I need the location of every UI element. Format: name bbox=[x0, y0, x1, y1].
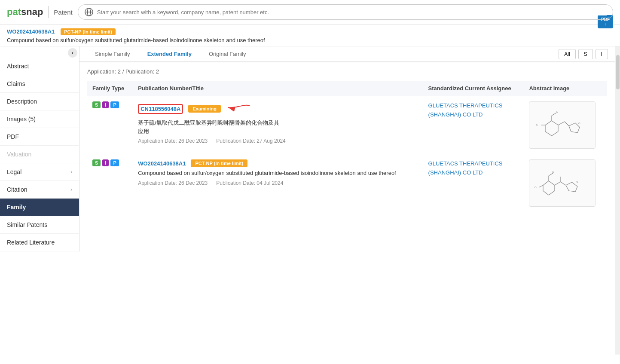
assignee-link[interactable]: GLUETACS THERAPEUTICS(SHANGHAI) CO LTD bbox=[428, 160, 503, 176]
svg-line-12 bbox=[569, 123, 575, 126]
examining-badge: Examining bbox=[188, 105, 221, 113]
sidebar-item-label: Claims bbox=[7, 80, 25, 87]
pub-date: Publication Date: 27 Aug 2024 bbox=[216, 138, 285, 144]
sidebar-item-label: Legal bbox=[7, 168, 21, 175]
badge-s: S bbox=[92, 159, 101, 166]
sidebar-item-similar-patents[interactable]: Similar Patents bbox=[0, 216, 79, 234]
search-bar[interactable] bbox=[78, 4, 613, 20]
tab-extended-family[interactable]: Extended Family bbox=[139, 46, 200, 62]
svg-line-5 bbox=[552, 121, 558, 125]
svg-line-30 bbox=[560, 182, 566, 185]
col-assignee: Standardized Current Assignee bbox=[423, 81, 524, 96]
col-pub-number: Publication Number/Title bbox=[133, 81, 423, 96]
svg-line-24 bbox=[549, 181, 555, 185]
type-badges: S I P bbox=[92, 101, 128, 108]
search-input[interactable] bbox=[97, 9, 607, 15]
tabs-strip: Simple Family Extended Family Original F… bbox=[79, 46, 615, 62]
svg-line-35 bbox=[566, 185, 569, 191]
abstract-image-cell: S N O bbox=[524, 96, 607, 154]
pub-number-highlighted-box: CN118556048A bbox=[138, 104, 183, 114]
svg-line-15 bbox=[571, 132, 577, 133]
assignee-cell: GLUETACS THERAPEUTICS(SHANGHAI) CO LTD bbox=[423, 154, 524, 212]
family-type-cell: S I P bbox=[87, 154, 133, 212]
sidebar-item-abstract[interactable]: Abstract bbox=[0, 58, 79, 75]
assignee-cell: GLUETACS THERAPEUTICS(SHANGHAI) CO LTD bbox=[423, 96, 524, 154]
family-summary: Application: 2 / Publication: 2 bbox=[87, 68, 607, 75]
sidebar-item-label: Similar Patents bbox=[7, 221, 47, 228]
sidebar-item-label: Description bbox=[7, 98, 37, 105]
pub-number-link[interactable]: CN118556048A bbox=[140, 106, 180, 112]
badge-i: I bbox=[102, 101, 109, 108]
pub-number-link[interactable]: WO2024140638A1 bbox=[138, 160, 186, 167]
sidebar-item-label: Citation bbox=[7, 186, 27, 193]
svg-line-26 bbox=[549, 191, 555, 195]
badge-i: I bbox=[102, 159, 109, 166]
chevron-right-icon: › bbox=[70, 169, 72, 175]
family-content: Application: 2 / Publication: 2 Family T… bbox=[79, 62, 615, 218]
sidebar-item-label: PDF bbox=[7, 133, 19, 140]
svg-line-4 bbox=[545, 121, 552, 125]
family-type-cell: S I P bbox=[87, 96, 133, 154]
chevron-right-icon: › bbox=[70, 187, 72, 193]
pct-badge: PCT-NP (In time limit) bbox=[61, 28, 116, 35]
pub-number-title-cell: WO2024140638A1 PCT-NP (In time limit) Co… bbox=[133, 154, 423, 212]
sidebar-item-pdf[interactable]: PDF bbox=[0, 128, 79, 146]
sidebar-item-family[interactable]: Family bbox=[0, 199, 79, 216]
svg-line-7 bbox=[552, 132, 558, 136]
tab-original-family[interactable]: Original Family bbox=[200, 46, 255, 62]
sidebar-item-label: Abstract bbox=[7, 63, 29, 70]
sidebar-item-citation[interactable]: Citation › bbox=[0, 181, 79, 199]
filter-button-3[interactable]: I bbox=[596, 49, 608, 59]
tab-simple-family[interactable]: Simple Family bbox=[86, 46, 139, 62]
svg-line-19 bbox=[552, 113, 556, 116]
svg-line-29 bbox=[555, 182, 560, 185]
sidebar-item-images[interactable]: Images (5) bbox=[0, 110, 79, 128]
sidebar-item-valuation[interactable]: Valuation bbox=[0, 146, 79, 163]
sidebar-wrapper: ‹ Abstract Claims Description Images (5)… bbox=[0, 46, 79, 355]
sidebar-item-label: Family bbox=[7, 204, 26, 211]
sidebar: ‹ Abstract Claims Description Images (5)… bbox=[0, 46, 79, 251]
filter-button-2[interactable]: S bbox=[578, 49, 593, 59]
patent-number[interactable]: WO2024140638A1 bbox=[7, 28, 55, 35]
pub-title-cn: 基于硫/氧取代戊二酰亚胺基异吲哚啉酮骨架的化合物及其应用 bbox=[138, 119, 418, 135]
globe-icon bbox=[84, 7, 94, 17]
pub-dates: Application Date: 26 Dec 2023 Publicatio… bbox=[138, 180, 418, 186]
svg-line-11 bbox=[565, 122, 569, 126]
patent-info-bar: PDF ↓ WO2024140638A1 PCT-NP (In time lim… bbox=[0, 24, 620, 46]
table-header-row: Family Type Publication Number/Title Sta… bbox=[87, 81, 607, 96]
sidebar-item-label: Valuation bbox=[7, 151, 31, 158]
pub-date: Publication Date: 04 Jul 2024 bbox=[216, 180, 283, 186]
assignee-link[interactable]: GLUETACS THERAPEUTICS(SHANGHAI) CO LTD bbox=[428, 102, 503, 118]
scrollbar[interactable] bbox=[615, 46, 620, 355]
filter-button-1[interactable]: All bbox=[559, 49, 575, 59]
svg-text:S: S bbox=[576, 181, 578, 184]
sidebar-collapse-button[interactable]: ‹ bbox=[68, 48, 77, 58]
sidebar-item-description[interactable]: Description bbox=[0, 93, 79, 110]
pub-dates: Application Date: 26 Dec 2023 Publicatio… bbox=[138, 138, 418, 144]
sidebar-item-claims[interactable]: Claims bbox=[0, 75, 79, 93]
header: patsnap Patent bbox=[0, 0, 620, 24]
header-divider bbox=[48, 6, 49, 18]
logo-snap: snap bbox=[21, 6, 43, 17]
abstract-image-box: S N O bbox=[529, 101, 596, 149]
svg-text:S: S bbox=[536, 124, 538, 126]
svg-line-34 bbox=[569, 191, 575, 192]
col-abstract-image: Abstract Image bbox=[524, 81, 607, 96]
badge-p: P bbox=[110, 101, 119, 108]
svg-line-10 bbox=[558, 122, 565, 125]
badge-p: P bbox=[110, 159, 119, 166]
svg-line-27 bbox=[543, 191, 549, 195]
pub-number-title-cell: CN118556048A Examining bbox=[133, 96, 423, 154]
sidebar-item-related-literature[interactable]: Related Literature bbox=[0, 234, 79, 251]
abstract-image-cell: O N S bbox=[524, 154, 607, 212]
logo: patsnap bbox=[7, 6, 43, 18]
molecule-image: O N S bbox=[532, 162, 593, 205]
svg-text:O: O bbox=[534, 186, 537, 189]
svg-text:N: N bbox=[552, 171, 554, 174]
app-date: Application Date: 26 Dec 2023 bbox=[138, 180, 208, 186]
sidebar-item-legal[interactable]: Legal › bbox=[0, 163, 79, 181]
arrow-annotation bbox=[226, 101, 252, 116]
scrollbar-thumb[interactable] bbox=[616, 55, 620, 89]
app-date: Application Date: 26 Dec 2023 bbox=[138, 138, 208, 144]
molecule-image: S N O bbox=[532, 104, 593, 147]
